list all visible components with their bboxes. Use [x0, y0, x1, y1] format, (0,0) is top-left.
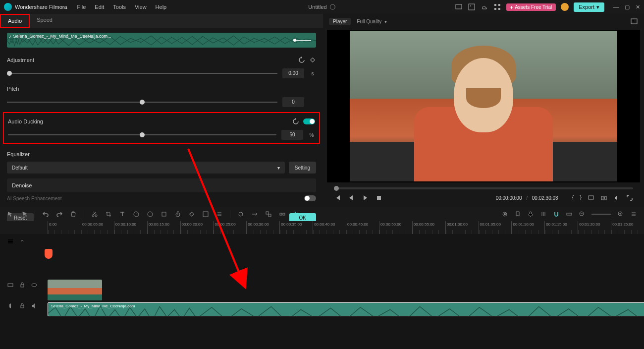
reset-icon[interactable] [292, 118, 299, 125]
audio-adjust-icon[interactable] [293, 211, 300, 218]
cursor-icon[interactable] [21, 211, 28, 218]
audio-track-icon[interactable] [7, 302, 14, 309]
text-icon[interactable] [119, 211, 126, 218]
video-track-icon[interactable] [7, 282, 14, 289]
scrub-handle[interactable] [334, 186, 339, 191]
user-avatar-icon[interactable] [561, 3, 569, 11]
tab-audio[interactable]: Audio [0, 14, 30, 28]
time-sep: / [526, 195, 528, 201]
equalizer-select[interactable]: Default ▾ [7, 162, 285, 174]
tab-speed[interactable]: Speed [30, 14, 59, 28]
menu-file[interactable]: File [77, 4, 86, 10]
group-icon[interactable] [265, 211, 272, 218]
mixer-icon[interactable] [540, 211, 547, 218]
keyframe-icon[interactable] [309, 57, 316, 63]
menu-view[interactable]: View [135, 4, 147, 10]
ducking-value[interactable]: 50 [281, 130, 303, 140]
undo-icon[interactable] [42, 211, 49, 218]
playhead-handle[interactable] [45, 249, 53, 259]
reset-icon[interactable] [298, 57, 305, 63]
fullscreen-icon[interactable] [626, 194, 633, 201]
ducking-unit: % [308, 132, 315, 138]
zoom-slider[interactable] [591, 214, 611, 215]
ducking-toggle[interactable] [303, 118, 315, 124]
menu-tools[interactable]: Tools [113, 4, 126, 10]
menu-edit[interactable]: Edit [95, 4, 104, 10]
apps-icon[interactable] [493, 3, 501, 11]
effects-icon[interactable] [161, 211, 167, 218]
motion-icon[interactable] [251, 211, 258, 218]
crop-icon[interactable] [105, 211, 112, 218]
close-icon[interactable]: ✕ [636, 4, 640, 10]
quality-select[interactable]: Full Quality ▾ [357, 19, 387, 24]
detach-icon[interactable] [279, 211, 286, 218]
mark-out-icon[interactable]: } [580, 194, 582, 201]
cut-icon[interactable] [91, 211, 98, 218]
zoom-in-icon[interactable] [617, 211, 624, 218]
volume-icon[interactable] [613, 194, 620, 201]
mute-icon[interactable] [31, 302, 38, 309]
equalizer-setting-button[interactable]: Setting [289, 162, 316, 174]
display-icon[interactable] [588, 194, 594, 201]
minimize-icon[interactable]: — [613, 4, 619, 10]
player-tab[interactable]: Player [329, 18, 351, 25]
image-icon[interactable] [468, 3, 476, 11]
ai-speech-toggle[interactable] [304, 195, 316, 201]
ducking-label: Audio Ducking [8, 118, 43, 124]
svg-rect-11 [377, 196, 381, 200]
manage-tracks-icon[interactable] [7, 238, 14, 245]
redo-icon[interactable] [56, 211, 63, 218]
camera-icon[interactable] [600, 194, 607, 201]
adjustment-slider[interactable] [7, 73, 277, 74]
screen-icon[interactable] [455, 3, 463, 11]
svg-point-14 [603, 197, 605, 199]
pitch-slider[interactable] [7, 102, 277, 103]
audio-waveform-preview[interactable]: ♪ Selena_Gomez_-_My_Mind_Me_CeeNaija.com… [7, 33, 316, 48]
link-track-icon[interactable] [19, 238, 26, 245]
speed-icon[interactable] [133, 211, 140, 218]
adjust-icon[interactable] [216, 211, 223, 218]
play-backward-icon[interactable] [348, 194, 355, 201]
timer-icon[interactable] [174, 211, 181, 218]
video-clip[interactable] [48, 280, 102, 300]
color-icon[interactable] [147, 211, 154, 218]
mask-icon[interactable] [237, 211, 244, 218]
play-icon[interactable] [362, 194, 369, 201]
mark-in-icon[interactable]: { [572, 194, 574, 201]
snap-icon[interactable] [553, 211, 560, 218]
marker-icon[interactable] [514, 211, 521, 218]
audio-clip[interactable]: Selena_Gomez_-_My_Mind_Me_CeeNaija.com [48, 302, 644, 316]
prev-frame-icon[interactable] [334, 194, 341, 201]
record-icon[interactable] [501, 211, 508, 218]
adjustment-section: Adjustment 0.00 s [7, 55, 316, 78]
delete-icon[interactable] [70, 211, 77, 218]
video-preview[interactable] [327, 30, 640, 182]
assets-trial-badge[interactable]: ♦Assets Free Trial [506, 3, 556, 11]
link-icon[interactable] [566, 211, 573, 218]
stop-icon[interactable] [376, 194, 382, 201]
lock-icon[interactable] [19, 302, 26, 309]
denoise-section[interactable]: Denoise [7, 178, 316, 192]
green-screen-icon[interactable] [202, 211, 209, 218]
timeline-ruler[interactable]: 0:00 00:00:05:00 00:00:10:00 00:00:15:00… [0, 221, 644, 234]
pitch-value[interactable]: 0 [282, 97, 304, 107]
list-icon[interactable] [630, 211, 637, 218]
eye-icon[interactable] [31, 282, 38, 289]
keyframe-tb-icon[interactable] [188, 211, 195, 218]
cloud-icon[interactable] [481, 3, 488, 11]
export-button[interactable]: Export ▾ [574, 2, 604, 12]
snapshot-icon[interactable] [630, 17, 638, 25]
trial-label: Assets Free Trial [515, 4, 552, 10]
adjustment-value[interactable]: 0.00 [282, 68, 304, 78]
scrub-bar[interactable] [334, 187, 633, 189]
select-icon[interactable] [7, 211, 14, 218]
maximize-icon[interactable]: ▢ [625, 4, 630, 10]
ducking-slider[interactable] [8, 134, 276, 135]
ruler-label: 00:00:15:00 [149, 222, 169, 227]
lock-icon[interactable] [19, 282, 26, 289]
mic-icon[interactable] [527, 211, 534, 218]
zoom-out-icon[interactable] [579, 211, 586, 218]
cloud-sync-icon[interactable] [330, 4, 336, 10]
player-header: Player Full Quality ▾ [327, 15, 640, 28]
menu-help[interactable]: Help [156, 4, 167, 10]
